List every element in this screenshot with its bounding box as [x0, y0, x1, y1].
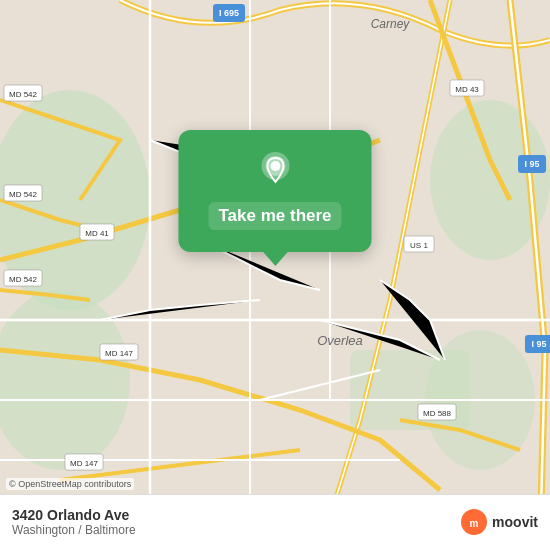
popup-card: Take me there — [178, 130, 371, 252]
address-info: 3420 Orlando Ave Washington / Baltimore — [12, 507, 136, 537]
svg-text:MD 542: MD 542 — [9, 275, 38, 284]
map-svg: I 695 MD 542 MD 542 MD 542 MD 41 MD 43 U… — [0, 0, 550, 550]
bottom-bar: 3420 Orlando Ave Washington / Baltimore … — [0, 494, 550, 550]
svg-text:MD 542: MD 542 — [9, 190, 38, 199]
svg-text:US 1: US 1 — [410, 241, 428, 250]
moovit-logo-icon: m — [460, 508, 488, 536]
svg-text:I 95: I 95 — [531, 339, 546, 349]
map-container: I 695 MD 542 MD 542 MD 542 MD 41 MD 43 U… — [0, 0, 550, 550]
svg-text:Overlea: Overlea — [317, 333, 363, 348]
moovit-logo: m moovit — [460, 508, 538, 536]
svg-text:m: m — [470, 518, 479, 529]
take-me-there-button[interactable]: Take me there — [208, 202, 341, 230]
svg-text:MD 588: MD 588 — [423, 409, 452, 418]
svg-text:MD 147: MD 147 — [105, 349, 134, 358]
moovit-text: moovit — [492, 514, 538, 530]
svg-text:I 695: I 695 — [219, 8, 239, 18]
svg-text:MD 43: MD 43 — [455, 85, 479, 94]
location-pin-icon — [253, 148, 297, 192]
attribution-text: © OpenStreetMap contributors — [6, 478, 134, 490]
address-line: 3420 Orlando Ave — [12, 507, 136, 523]
svg-text:MD 41: MD 41 — [85, 229, 109, 238]
svg-text:MD 147: MD 147 — [70, 459, 99, 468]
svg-text:MD 542: MD 542 — [9, 90, 38, 99]
svg-text:Carney: Carney — [371, 17, 411, 31]
city-line: Washington / Baltimore — [12, 523, 136, 537]
svg-point-42 — [270, 161, 280, 171]
svg-text:I 95: I 95 — [524, 159, 539, 169]
